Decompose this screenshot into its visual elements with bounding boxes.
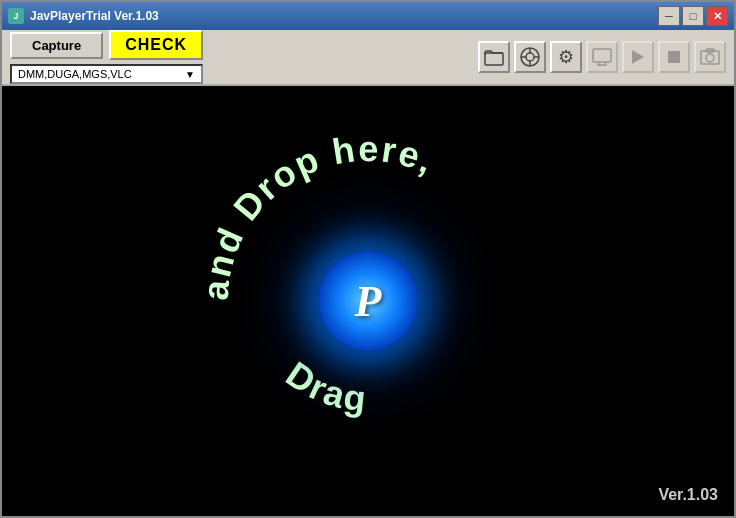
logo-letter: P bbox=[355, 276, 382, 327]
stop-icon-button[interactable] bbox=[658, 41, 690, 73]
dropdown-value: DMM,DUGA,MGS,VLC bbox=[18, 68, 132, 80]
capture-button[interactable]: Capture bbox=[10, 32, 103, 59]
svg-rect-12 bbox=[668, 51, 680, 63]
close-button[interactable]: ✕ bbox=[706, 6, 728, 26]
main-content[interactable]: and Drop here, Drag P Ver.1.03 bbox=[2, 86, 734, 516]
chevron-down-icon: ▼ bbox=[185, 69, 195, 80]
monitor-icon-button[interactable] bbox=[586, 41, 618, 73]
svg-rect-0 bbox=[485, 53, 503, 65]
toolbar-left: Capture CHECK DMM,DUGA,MGS,VLC ▼ bbox=[10, 30, 203, 84]
title-controls: ─ □ ✕ bbox=[658, 6, 728, 26]
svg-marker-11 bbox=[632, 50, 644, 64]
title-bar: J JavPlayerTrial Ver.1.03 ─ □ ✕ bbox=[2, 2, 734, 30]
svg-text:Drag: Drag bbox=[279, 353, 370, 419]
svg-point-2 bbox=[526, 53, 534, 61]
version-label: Ver.1.03 bbox=[658, 486, 718, 504]
svg-point-14 bbox=[706, 54, 714, 62]
minimize-button[interactable]: ─ bbox=[658, 6, 680, 26]
svg-rect-7 bbox=[593, 49, 611, 62]
app-window: J JavPlayerTrial Ver.1.03 ─ □ ✕ Capture … bbox=[0, 0, 736, 518]
source-dropdown[interactable]: DMM,DUGA,MGS,VLC ▼ bbox=[10, 64, 203, 84]
settings-icon-button[interactable]: ⚙ bbox=[550, 41, 582, 73]
folder-icon-button[interactable] bbox=[478, 41, 510, 73]
toolbar: Capture CHECK DMM,DUGA,MGS,VLC ▼ bbox=[2, 30, 734, 86]
app-icon: J bbox=[8, 8, 24, 24]
gear-icon: ⚙ bbox=[558, 46, 574, 68]
title-bar-text: J JavPlayerTrial Ver.1.03 bbox=[8, 8, 159, 24]
play-icon-button[interactable] bbox=[622, 41, 654, 73]
screenshot-icon-button[interactable] bbox=[694, 41, 726, 73]
logo-glow: P bbox=[318, 251, 418, 351]
toolbar-icons: ⚙ bbox=[478, 41, 726, 73]
gamepad-icon-button[interactable] bbox=[514, 41, 546, 73]
toolbar-row1: Capture CHECK bbox=[10, 30, 203, 60]
check-button[interactable]: CHECK bbox=[109, 30, 203, 60]
center-logo: P bbox=[318, 251, 418, 351]
maximize-button[interactable]: □ bbox=[682, 6, 704, 26]
